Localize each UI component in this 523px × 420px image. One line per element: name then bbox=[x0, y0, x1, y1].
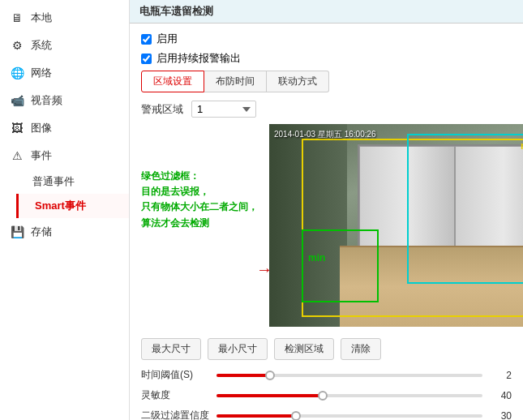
slider-label-time: 时间阈值(S) bbox=[141, 368, 210, 382]
sliders-container: 时间阈值(S) 2 灵敏度 40 二级过滤置信度 bbox=[141, 368, 512, 420]
storage-icon: 💾 bbox=[10, 225, 24, 239]
action-buttons: 最大尺寸 最小尺寸 检测区域 清除 bbox=[141, 338, 512, 360]
tab-time[interactable]: 布防时间 bbox=[204, 71, 267, 92]
region-label: 警戒区域 bbox=[141, 102, 183, 117]
video-container: 2014-01-03 星期五 16:00:26 max min E/1 📷 📸 bbox=[269, 124, 523, 327]
detect-region-button[interactable]: 检测区域 bbox=[274, 338, 334, 360]
camera-timestamp: 2014-01-03 星期五 16:00:26 bbox=[274, 129, 376, 140]
image-icon: 🖼 bbox=[10, 121, 24, 135]
enable-row: 启用 bbox=[141, 32, 512, 46]
network-icon: 🌐 bbox=[10, 66, 24, 80]
sidebar-item-image[interactable]: 🖼 图像 bbox=[0, 114, 129, 142]
enable-report-checkbox[interactable] bbox=[141, 54, 152, 64]
slider-label-sensitivity: 灵敏度 bbox=[141, 388, 210, 402]
slider-value-filter-confidence: 30 bbox=[489, 410, 512, 421]
event-icon: ⚠ bbox=[10, 148, 24, 163]
page-title: 电瓶车遗留检测 bbox=[130, 0, 523, 24]
slider-value-time: 2 bbox=[489, 370, 512, 381]
slider-value-sensitivity: 40 bbox=[489, 390, 512, 401]
slider-row-sensitivity: 灵敏度 40 bbox=[141, 388, 512, 402]
sidebar-item-event[interactable]: ⚠ 事件 bbox=[0, 142, 129, 169]
sidebar-item-smart-event[interactable]: Smart事件 bbox=[16, 194, 129, 218]
slider-row-time: 时间阈值(S) 2 bbox=[141, 368, 512, 382]
tab-contact[interactable]: 联动方式 bbox=[267, 71, 329, 92]
slider-row-filter-confidence: 二级过滤置信度 30 bbox=[141, 409, 512, 420]
detection-box[interactable] bbox=[407, 134, 523, 284]
tab-region[interactable]: 区域设置 bbox=[141, 71, 204, 92]
min-size-box[interactable] bbox=[302, 229, 379, 302]
region-select[interactable]: 1 2 3 4 bbox=[191, 101, 256, 118]
sidebar: 🖥 本地 ⚙ 系统 🌐 网络 📹 视音频 🖼 图像 ⚠ 事件 普通事件 Smar… bbox=[0, 0, 130, 420]
sidebar-item-normal-event[interactable]: 普通事件 bbox=[16, 169, 129, 194]
sidebar-item-video[interactable]: 📹 视音频 bbox=[0, 87, 129, 114]
sidebar-sub-events: 普通事件 Smart事件 bbox=[0, 169, 129, 218]
content-area: 启用 启用持续报警输出 区域设置 布防时间 联动方式 警戒区域 1 2 3 4 bbox=[130, 24, 523, 420]
sidebar-item-system[interactable]: ⚙ 系统 bbox=[0, 32, 129, 59]
gear-icon: ⚙ bbox=[10, 38, 24, 53]
sidebar-item-local[interactable]: 🖥 本地 bbox=[0, 4, 129, 32]
enable-checkbox[interactable] bbox=[141, 34, 152, 45]
min-box-label: min bbox=[308, 252, 325, 264]
sidebar-item-storage[interactable]: 💾 存储 bbox=[0, 218, 129, 246]
min-size-button[interactable]: 最小尺寸 bbox=[208, 338, 268, 360]
slider-label-filter-confidence: 二级过滤置信度 bbox=[141, 409, 210, 420]
max-size-button[interactable]: 最大尺寸 bbox=[141, 338, 201, 360]
region-row: 警戒区域 1 2 3 4 bbox=[141, 101, 512, 118]
monitor-icon: 🖥 bbox=[10, 11, 24, 25]
enable-report-row: 启用持续报警输出 bbox=[141, 51, 512, 66]
sidebar-item-network[interactable]: 🌐 网络 bbox=[0, 59, 129, 87]
video-icon: 📹 bbox=[10, 93, 24, 108]
main-content: 电瓶车遗留检测 启用 启用持续报警输出 区域设置 布防时间 联动方式 警戒区域 … bbox=[130, 0, 523, 420]
clear-button[interactable]: 清除 bbox=[341, 338, 381, 360]
tab-bar: 区域设置 布防时间 联动方式 bbox=[141, 71, 512, 92]
annotation-text: 绿色过滤框：目的是去误报，只有物体大小在二者之间，算法才会去检测 bbox=[141, 169, 261, 231]
